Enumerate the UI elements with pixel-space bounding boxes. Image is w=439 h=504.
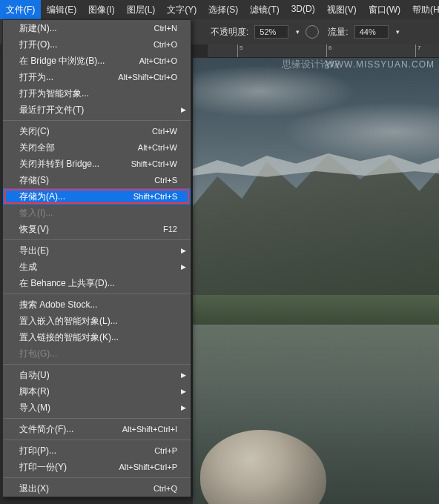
menu-item-shortcut: Shift+Ctrl+S <box>133 192 177 201</box>
menu-item-label: 新建(N)... <box>19 22 57 35</box>
menu-item-shortcut: Shift+Ctrl+W <box>131 159 177 168</box>
menu-item-shortcut: Alt+Ctrl+O <box>139 56 177 65</box>
menu-item-shortcut: Alt+Ctrl+W <box>138 143 177 152</box>
menu-item-label: 文件简介(F)... <box>19 423 73 436</box>
menu-item[interactable]: 存储(S)Ctrl+S <box>3 172 191 188</box>
menu-item[interactable]: 搜索 Adobe Stock... <box>3 296 191 313</box>
menu-item-shortcut: Ctrl+O <box>154 40 177 49</box>
ruler-tick: 5 <box>237 44 242 57</box>
menu-item-shortcut: Alt+Shift+Ctrl+P <box>119 462 177 471</box>
menu-item: 签入(I)... <box>3 205 191 221</box>
chevron-down-icon[interactable]: ▾ <box>396 28 400 36</box>
menu-item[interactable]: 在 Behance 上共享(D)... <box>3 275 191 291</box>
chevron-right-icon: ▶ <box>181 388 186 395</box>
menu-item-5[interactable]: 选择(S) <box>202 0 244 19</box>
menu-item[interactable]: 导入(M)▶ <box>3 399 191 416</box>
menu-item-label: 打开(O)... <box>19 39 57 51</box>
menu-item[interactable]: 置入链接的智能对象(K)... <box>3 329 191 345</box>
menu-item[interactable]: 打印一份(Y)Alt+Shift+Ctrl+P <box>3 459 191 475</box>
menu-item-label: 置入嵌入的智能对象(L)... <box>19 315 118 328</box>
menu-separator <box>3 440 191 440</box>
menu-item[interactable]: 导出(E)▶ <box>3 242 191 259</box>
menu-item[interactable]: 打开为智能对象... <box>3 85 191 102</box>
file-menu-dropdown: 新建(N)...Ctrl+N打开(O)...Ctrl+O在 Bridge 中浏览… <box>2 19 191 497</box>
menu-item-shortcut: F12 <box>163 225 177 233</box>
ruler-tick: 7 <box>415 44 420 57</box>
menu-item[interactable]: 脚本(R)▶ <box>3 383 191 399</box>
chevron-right-icon: ▶ <box>181 404 186 411</box>
menu-item-9[interactable]: 窗口(W) <box>363 0 406 19</box>
image-background <box>282 102 439 162</box>
menu-item[interactable]: 置入嵌入的智能对象(L)... <box>3 313 191 329</box>
menu-item[interactable]: 恢复(V)F12 <box>3 221 191 237</box>
horizontal-ruler: 567 <box>208 44 439 58</box>
menu-item[interactable]: 打开(O)...Ctrl+O <box>3 36 191 53</box>
menu-item-label: 恢复(V) <box>19 223 49 236</box>
menu-item[interactable]: 文件简介(F)...Alt+Shift+Ctrl+I <box>3 421 191 437</box>
menu-item-label: 打开为智能对象... <box>19 87 89 100</box>
watermark-text: 思缘设计论坛 <box>282 58 340 71</box>
menu-item[interactable]: 打印(P)...Ctrl+P <box>3 442 191 459</box>
menu-item-label: 关闭全部 <box>19 142 55 154</box>
menu-item-shortcut: Ctrl+Q <box>154 484 177 493</box>
menu-item[interactable]: 在 Bridge 中浏览(B)...Alt+Ctrl+O <box>3 53 191 69</box>
menu-item-shortcut: Ctrl+N <box>154 24 177 33</box>
menu-item-label: 导入(M) <box>19 402 50 414</box>
ruler-tick: 6 <box>326 44 331 57</box>
menu-item[interactable]: 打开为...Alt+Shift+Ctrl+O <box>3 69 191 85</box>
menu-item-shortcut: Alt+Shift+Ctrl+O <box>118 73 177 82</box>
menu-item[interactable]: 关闭全部Alt+Ctrl+W <box>3 139 191 156</box>
menu-item-0[interactable]: 文件(F) <box>0 0 41 19</box>
menu-item-label: 打包(G)... <box>19 348 57 360</box>
menu-item[interactable]: 新建(N)...Ctrl+N <box>3 20 191 36</box>
menu-item[interactable]: 存储为(A)...Shift+Ctrl+S <box>3 188 191 205</box>
menu-separator <box>3 239 191 240</box>
chevron-right-icon: ▶ <box>181 247 186 254</box>
menu-item-10[interactable]: 帮助(H) <box>406 0 439 19</box>
menu-item-7[interactable]: 3D(D) <box>285 0 321 19</box>
chevron-down-icon[interactable]: ▾ <box>296 28 300 36</box>
menu-item-6[interactable]: 滤镜(T) <box>244 0 285 19</box>
chevron-right-icon: ▶ <box>181 263 186 271</box>
chevron-right-icon: ▶ <box>181 371 186 379</box>
watermark-text: WWW.MISSYUAN.COM <box>326 59 435 70</box>
flow-value[interactable]: 44% <box>354 25 389 39</box>
menu-item-label: 关闭并转到 Bridge... <box>19 158 99 170</box>
menu-item: 打包(G)... <box>3 345 191 362</box>
menu-item-label: 脚本(R) <box>19 385 50 398</box>
menu-item-label: 自动(U) <box>19 369 50 382</box>
menu-separator <box>3 364 191 365</box>
menu-separator <box>3 294 191 294</box>
menu-item-label: 打印(P)... <box>19 445 56 457</box>
menu-item-label: 存储(S) <box>19 174 49 187</box>
menu-item-shortcut: Ctrl+W <box>152 127 177 136</box>
menu-item-label: 打开为... <box>19 71 53 84</box>
menu-item-8[interactable]: 视图(V) <box>321 0 363 19</box>
menu-item-shortcut: Ctrl+P <box>154 446 177 455</box>
menu-item-label: 最近打开文件(T) <box>19 104 84 116</box>
menu-item[interactable]: 生成▶ <box>3 259 191 275</box>
menu-item[interactable]: 关闭(C)Ctrl+W <box>3 123 191 139</box>
menu-item[interactable]: 自动(U)▶ <box>3 367 191 383</box>
pressure-opacity-icon[interactable] <box>306 25 319 39</box>
menu-item-4[interactable]: 文字(Y) <box>161 0 202 19</box>
menu-item[interactable]: 关闭并转到 Bridge...Shift+Ctrl+W <box>3 156 191 172</box>
opacity-value[interactable]: 52% <box>254 25 288 39</box>
menu-item-label: 在 Bridge 中浏览(B)... <box>19 55 105 67</box>
menu-item-shortcut: Alt+Shift+Ctrl+I <box>122 425 177 434</box>
menu-item[interactable]: 退出(X)Ctrl+Q <box>3 480 191 497</box>
menu-item[interactable]: 最近打开文件(T)▶ <box>3 102 191 118</box>
menu-item-1[interactable]: 编辑(E) <box>41 0 82 19</box>
menu-item-3[interactable]: 图层(L) <box>121 0 162 19</box>
document-canvas[interactable]: WWW.MISSYUAN.COM 思缘设计论坛 <box>193 58 439 504</box>
menu-item-label: 退出(X) <box>19 483 49 495</box>
flow-label: 流量: <box>328 26 348 39</box>
menu-separator <box>3 477 191 478</box>
menu-item-label: 搜索 Adobe Stock... <box>19 299 97 311</box>
menu-item-label: 置入链接的智能对象(K)... <box>19 331 119 344</box>
opacity-label: 不透明度: <box>211 26 248 39</box>
menu-item-label: 导出(E) <box>19 245 49 257</box>
menu-item-label: 存储为(A)... <box>19 190 65 203</box>
menu-item-label: 在 Behance 上共享(D)... <box>19 277 115 290</box>
menu-item-2[interactable]: 图像(I) <box>82 0 120 19</box>
